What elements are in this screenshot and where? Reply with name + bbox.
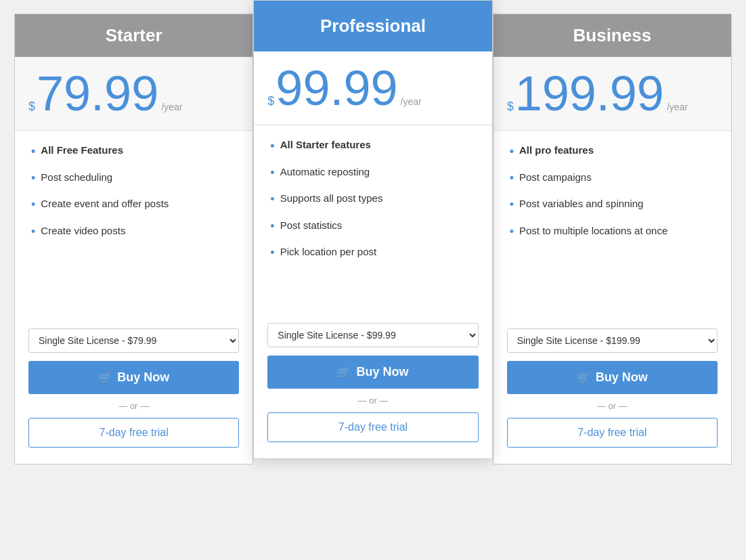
plan-features-starter: •All Free Features•Post scheduling•Creat… (15, 131, 253, 320)
bullet-icon: • (270, 192, 274, 207)
feature-item: •Post campaigns (510, 171, 715, 186)
plan-header-professional: Professional (254, 1, 491, 51)
price-amount: 99.99 (276, 64, 397, 112)
plan-starter: Starter$79.99/year•All Free Features•Pos… (14, 14, 253, 465)
feature-text: Pick location per post (280, 246, 377, 257)
feature-text: Automatic reposting (280, 166, 370, 177)
plan-features-professional: •All Starter features•Automatic repostin… (254, 125, 491, 315)
bullet-icon: • (31, 144, 35, 159)
license-select-business[interactable]: Single Site License - $199.99 (507, 328, 718, 353)
bullet-icon: • (31, 171, 35, 186)
feature-item: •All pro features (510, 144, 715, 159)
feature-item: •Create event and offer posts (31, 198, 236, 213)
buy-label: Buy Now (356, 365, 408, 379)
feature-text: Post statistics (280, 219, 343, 231)
plan-header-business: Business (493, 14, 731, 57)
price-currency: $ (507, 100, 514, 112)
or-divider: — or — (28, 401, 239, 411)
plan-actions-professional: Single Site License - $99.99🛒Buy Now— or… (254, 315, 491, 458)
cart-icon: 🛒 (337, 366, 351, 379)
feature-item: •Supports all post types (270, 192, 475, 207)
plan-professional: Professional$99.99/year•All Starter feat… (253, 0, 492, 459)
feature-text: All Free Features (41, 144, 123, 156)
plan-actions-business: Single Site License - $199.99🛒Buy Now— o… (493, 320, 731, 464)
buy-button-business[interactable]: 🛒Buy Now (507, 361, 718, 394)
bullet-icon: • (270, 166, 274, 181)
trial-button-professional[interactable]: 7-day free trial (267, 412, 478, 442)
buy-button-professional[interactable]: 🛒Buy Now (267, 356, 478, 389)
price-amount: 199.99 (515, 69, 664, 118)
price-period: /year (161, 102, 182, 112)
feature-text: Post campaigns (519, 171, 592, 183)
plan-actions-starter: Single Site License - $79.99🛒Buy Now— or… (15, 320, 253, 464)
feature-item: •Automatic reposting (270, 166, 475, 181)
price-currency: $ (267, 95, 274, 107)
feature-text: Supports all post types (280, 192, 383, 204)
bullet-icon: • (270, 219, 274, 234)
feature-item: •Post scheduling (31, 171, 236, 186)
feature-text: Post variables and spinning (519, 198, 643, 209)
feature-item: •Post to multiple locations at once (510, 225, 715, 240)
plan-price-business: $199.99/year (493, 57, 731, 131)
plan-features-business: •All pro features•Post campaigns•Post va… (493, 131, 731, 320)
bullet-icon: • (510, 225, 514, 240)
feature-item: •Post variables and spinning (510, 198, 715, 213)
feature-item: •Create video posts (31, 225, 236, 240)
price-amount: 79.99 (37, 69, 158, 118)
plan-price-starter: $79.99/year (15, 57, 253, 131)
or-divider: — or — (267, 395, 478, 406)
license-select-starter[interactable]: Single Site License - $79.99 (28, 328, 239, 353)
bullet-icon: • (510, 144, 514, 159)
price-currency: $ (28, 100, 35, 112)
feature-item: •Pick location per post (270, 246, 475, 261)
feature-item: •All Free Features (31, 144, 236, 159)
feature-item: •All Starter features (270, 139, 475, 154)
feature-text: All Starter features (280, 139, 371, 150)
bullet-icon: • (31, 225, 35, 240)
pricing-table: Starter$79.99/year•All Free Features•Pos… (14, 14, 732, 465)
bullet-icon: • (510, 198, 514, 213)
buy-label: Buy Now (117, 370, 169, 385)
feature-item: •Post statistics (270, 219, 475, 234)
feature-text: Create video posts (41, 225, 125, 236)
bullet-icon: • (510, 171, 514, 186)
cart-icon: 🛒 (98, 371, 112, 384)
price-period: /year (667, 102, 688, 112)
price-period: /year (401, 96, 422, 107)
bullet-icon: • (270, 246, 274, 261)
plan-price-professional: $99.99/year (254, 51, 491, 125)
bullet-icon: • (31, 198, 35, 213)
plan-header-starter: Starter (15, 14, 253, 57)
feature-text: Post to multiple locations at once (519, 225, 667, 236)
trial-button-business[interactable]: 7-day free trial (507, 418, 718, 448)
feature-text: All pro features (519, 144, 594, 156)
trial-button-starter[interactable]: 7-day free trial (28, 418, 239, 448)
bullet-icon: • (270, 139, 274, 154)
feature-text: Create event and offer posts (41, 198, 169, 209)
plan-business: Business$199.99/year•All pro features•Po… (493, 14, 732, 465)
buy-label: Buy Now (596, 370, 648, 385)
cart-icon: 🛒 (577, 371, 590, 384)
feature-text: Post scheduling (41, 171, 112, 183)
or-divider: — or — (507, 401, 718, 411)
buy-button-starter[interactable]: 🛒Buy Now (28, 361, 239, 394)
license-select-professional[interactable]: Single Site License - $99.99 (267, 323, 478, 347)
